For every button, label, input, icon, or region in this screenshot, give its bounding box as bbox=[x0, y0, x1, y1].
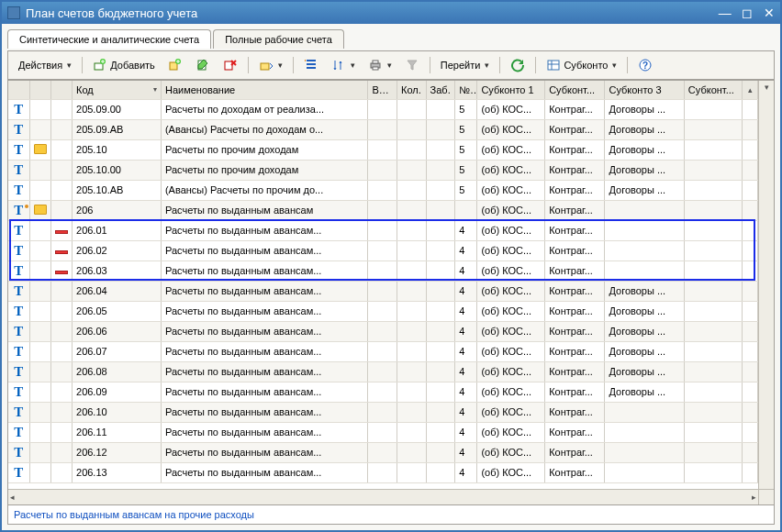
col-subkonto1[interactable]: Субконто 1 bbox=[477, 81, 545, 99]
app-icon bbox=[7, 6, 20, 19]
vertical-scrollbar[interactable]: ▾ bbox=[758, 81, 774, 489]
grid-body[interactable]: Код▾ Наименование Вал. Кол. Заб. № ... С… bbox=[8, 81, 774, 504]
col-valuta[interactable]: Вал. bbox=[368, 81, 397, 99]
status-bar: Расчеты по выданным авансам на прочие ра… bbox=[7, 505, 775, 525]
close-button[interactable]: ✕ bbox=[764, 6, 775, 20]
col-quantity[interactable]: Кол. bbox=[397, 81, 426, 99]
tab-bar: Синтетические и аналитические счета Полн… bbox=[7, 29, 775, 49]
table-row[interactable]: T206.08Расчеты по выданным авансам...4(о… bbox=[8, 361, 758, 382]
print-button[interactable]: ▾ bbox=[363, 55, 397, 75]
sort-icon bbox=[331, 58, 346, 72]
tab-full-accounts[interactable]: Полные рабочие счета bbox=[213, 29, 344, 49]
svg-rect-9 bbox=[373, 67, 378, 70]
horizontal-scrollbar[interactable]: ◂ ▸ bbox=[8, 489, 758, 504]
tab-synthetic-analytical[interactable]: Синтетические и аналитические счета bbox=[7, 29, 211, 49]
actions-menu[interactable]: Действия ▾ bbox=[14, 57, 76, 73]
table-row[interactable]: T205.10.АВ(Авансы) Расчеты по прочим до.… bbox=[8, 180, 758, 200]
folder-icon bbox=[34, 205, 47, 215]
col-folder[interactable] bbox=[29, 81, 50, 99]
help-button[interactable]: ? bbox=[633, 55, 657, 75]
col-code[interactable]: Код▾ bbox=[73, 81, 162, 99]
table-row[interactable]: T206.09Расчеты по выданным авансам...4(о… bbox=[8, 382, 758, 402]
table-row[interactable]: T205.09.АВ(Авансы) Расчеты по доходам о.… bbox=[8, 119, 758, 139]
add-group-button[interactable] bbox=[163, 55, 187, 75]
titlebar[interactable]: План счетов бюджетного учета — ◻ ✕ bbox=[2, 2, 780, 24]
scroll-down-icon[interactable]: ▾ bbox=[763, 81, 771, 94]
table-row[interactable]: T206.12Расчеты по выданным авансам...4(о… bbox=[8, 442, 758, 462]
data-grid: Код▾ Наименование Вал. Кол. Заб. № ... С… bbox=[7, 80, 775, 505]
table-row[interactable]: T206.13Расчеты по выданным авансам...4(о… bbox=[8, 462, 758, 482]
svg-rect-5 bbox=[225, 61, 232, 70]
chevron-down-icon: ▾ bbox=[612, 61, 617, 70]
table-row[interactable]: T206.02Расчеты по выданным авансам...4(о… bbox=[8, 240, 758, 260]
col-name[interactable]: Наименование bbox=[161, 81, 367, 99]
svg-rect-0 bbox=[95, 63, 103, 70]
refresh-icon bbox=[510, 58, 525, 72]
sort-button[interactable]: ▾ bbox=[327, 55, 360, 75]
add-button[interactable]: Добавить bbox=[88, 55, 160, 75]
delete-button[interactable] bbox=[218, 55, 242, 75]
goto-label: Перейти bbox=[441, 60, 481, 71]
grid-icon bbox=[546, 58, 561, 72]
table-row[interactable]: T206.07Расчеты по выданным авансам...4(о… bbox=[8, 341, 758, 361]
chevron-down-icon: ▾ bbox=[278, 61, 283, 70]
scroll-left-icon[interactable]: ◂ bbox=[8, 491, 17, 504]
col-no[interactable]: № ... bbox=[455, 81, 477, 99]
col-subkonto2[interactable]: Субконт... bbox=[545, 81, 605, 99]
edit-icon bbox=[196, 58, 210, 72]
marked-for-delete-icon bbox=[55, 230, 68, 234]
table-row[interactable]: T206Расчеты по выданным авансам(об) КОС.… bbox=[8, 200, 758, 220]
client-area: Синтетические и аналитические счета Полн… bbox=[2, 24, 780, 530]
col-pict[interactable] bbox=[50, 81, 72, 99]
col-subkonto3[interactable]: Субконто 3 bbox=[605, 81, 684, 99]
col-offbalance[interactable]: Заб. bbox=[426, 81, 455, 99]
subkonto-label: Субконто bbox=[564, 60, 608, 71]
edit-button[interactable] bbox=[191, 55, 215, 75]
table-row[interactable]: T206.04Расчеты по выданным авансам...4(о… bbox=[8, 281, 758, 301]
scroll-right-icon[interactable]: ▸ bbox=[750, 491, 758, 504]
table-row[interactable]: T206.11Расчеты по выданным авансам...4(о… bbox=[8, 422, 758, 442]
folder-icon bbox=[34, 144, 47, 154]
app-window: План счетов бюджетного учета — ◻ ✕ Синте… bbox=[0, 0, 782, 532]
funnel-off-icon bbox=[405, 58, 419, 72]
filter-off-button[interactable] bbox=[400, 55, 424, 75]
svg-rect-10 bbox=[548, 61, 559, 70]
table-row[interactable]: T206.03Расчеты по выданным авансам...4(о… bbox=[8, 260, 758, 281]
chevron-down-icon: ▾ bbox=[351, 61, 355, 70]
col-marker[interactable] bbox=[8, 81, 29, 99]
svg-rect-2 bbox=[170, 62, 177, 70]
svg-text:?: ? bbox=[642, 61, 648, 71]
scroll-corner bbox=[758, 489, 774, 504]
header-row: Код▾ Наименование Вал. Кол. Заб. № ... С… bbox=[8, 81, 758, 99]
minimize-button[interactable]: — bbox=[719, 6, 732, 20]
table-row[interactable]: T206.06Расчеты по выданным авансам...4(о… bbox=[8, 321, 758, 341]
table-row[interactable]: T206.01Расчеты по выданным авансам...4(о… bbox=[8, 220, 758, 240]
delete-icon bbox=[223, 58, 238, 72]
svg-rect-8 bbox=[373, 61, 378, 63]
svg-rect-6 bbox=[261, 63, 269, 70]
table-row[interactable]: T205.09.00Расчеты по доходам от реализа.… bbox=[8, 99, 758, 119]
window-title: План счетов бюджетного учета bbox=[26, 6, 197, 20]
refresh-button[interactable] bbox=[506, 55, 530, 75]
table-row[interactable]: T205.10Расчеты по прочим доходам5(об) КО… bbox=[8, 139, 758, 160]
flat-button[interactable] bbox=[299, 55, 323, 75]
table-row[interactable]: T206.05Расчеты по выданным авансам...4(о… bbox=[8, 301, 758, 321]
table-row[interactable]: T206.10Расчеты по выданным авансам...4(о… bbox=[8, 402, 758, 422]
chevron-down-icon: ▾ bbox=[387, 61, 392, 70]
col-subkonto4[interactable]: Субконт... bbox=[684, 81, 742, 99]
move-button[interactable]: ▾ bbox=[254, 55, 287, 75]
add-icon bbox=[93, 58, 107, 72]
maximize-button[interactable]: ◻ bbox=[742, 6, 753, 20]
chevron-down-icon: ▾ bbox=[67, 61, 72, 70]
add-group-icon bbox=[168, 58, 183, 72]
chevron-down-icon: ▾ bbox=[485, 61, 489, 70]
marked-for-delete-icon bbox=[55, 250, 68, 254]
scroll-up-icon[interactable]: ▴ bbox=[743, 81, 758, 99]
toolbar: Действия ▾ Добавить ▾ bbox=[7, 50, 775, 80]
help-icon: ? bbox=[638, 58, 653, 72]
subkonto-button[interactable]: Субконто ▾ bbox=[542, 55, 621, 75]
table-row[interactable]: T205.10.00Расчеты по прочим доходам5(об)… bbox=[8, 160, 758, 180]
hierarchy-icon bbox=[304, 58, 318, 72]
goto-menu[interactable]: Перейти ▾ bbox=[436, 57, 495, 73]
print-icon bbox=[368, 58, 383, 72]
